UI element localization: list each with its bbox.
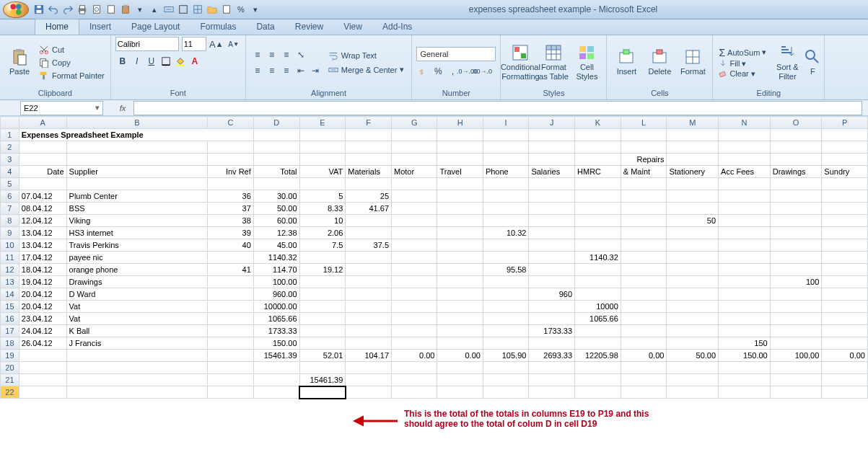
cell-H17[interactable] — [437, 325, 483, 337]
col-header-F[interactable]: F — [346, 117, 392, 129]
cell-A6[interactable]: 07.04.12 — [19, 190, 66, 203]
cell-C4[interactable]: Inv Ref — [208, 166, 254, 178]
row-header-16[interactable]: 16 — [1, 313, 19, 325]
cell-F9[interactable] — [346, 227, 392, 239]
cell-O1[interactable] — [770, 129, 822, 141]
cell-F8[interactable] — [346, 215, 392, 227]
cell-O2[interactable] — [770, 141, 822, 154]
cell-N14[interactable] — [719, 288, 771, 301]
cell-B4[interactable]: Supplier — [66, 166, 208, 178]
cell-P20[interactable] — [822, 362, 868, 374]
cell-M1[interactable] — [667, 129, 719, 141]
cell-C6[interactable]: 36 — [208, 190, 254, 203]
cell-K15[interactable]: 10000 — [575, 301, 621, 313]
cell-E3[interactable] — [299, 154, 346, 166]
cell-I5[interactable] — [483, 178, 529, 190]
cell-E13[interactable] — [299, 276, 346, 288]
row-header-8[interactable]: 8 — [1, 215, 19, 227]
cell-B21[interactable] — [66, 374, 208, 386]
cell-K12[interactable] — [575, 264, 621, 276]
currency-icon[interactable]: $ — [416, 64, 431, 79]
cell-C14[interactable] — [208, 288, 254, 301]
cell-O18[interactable] — [770, 337, 822, 350]
row-header-17[interactable]: 17 — [1, 325, 19, 337]
cell-O6[interactable] — [770, 190, 822, 203]
cell-F19[interactable]: 104.17 — [346, 350, 392, 362]
cell-M9[interactable] — [667, 227, 719, 239]
cell-C13[interactable] — [208, 276, 254, 288]
cell-P9[interactable] — [822, 227, 868, 239]
cell-F12[interactable] — [346, 264, 392, 276]
cell-G9[interactable] — [392, 227, 437, 239]
cell-J10[interactable] — [529, 239, 575, 252]
cell-O14[interactable] — [770, 288, 822, 301]
cell-P5[interactable] — [822, 178, 868, 190]
cell-J5[interactable] — [529, 178, 575, 190]
cell-L16[interactable] — [621, 313, 667, 325]
cell-F17[interactable] — [346, 325, 392, 337]
col-header-H[interactable]: H — [437, 117, 483, 129]
cell-styles-button[interactable]: Cell Styles — [571, 39, 602, 87]
cell-F13[interactable] — [346, 276, 392, 288]
cell-M15[interactable] — [667, 301, 719, 313]
cell-B9[interactable]: HS3 internet — [66, 227, 208, 239]
cell-C3[interactable] — [208, 154, 254, 166]
cell-F18[interactable] — [346, 337, 392, 350]
cell-J18[interactable] — [529, 337, 575, 350]
cell-C2[interactable] — [208, 141, 254, 154]
qat-paste-icon[interactable] — [120, 4, 131, 15]
cell-B8[interactable]: Viking — [66, 215, 208, 227]
cell-O17[interactable] — [770, 325, 822, 337]
tab-insert[interactable]: Insert — [79, 19, 121, 35]
chevron-down-icon[interactable]: ▾ — [95, 103, 100, 112]
cell-D10[interactable]: 45.00 — [253, 239, 299, 252]
col-header-J[interactable]: J — [529, 117, 575, 129]
cell-M22[interactable] — [667, 386, 719, 399]
cell-M13[interactable] — [667, 276, 719, 288]
font-color-button[interactable]: A — [188, 54, 202, 68]
cell-M4[interactable]: Stationery — [667, 166, 719, 178]
cell-E14[interactable] — [299, 288, 346, 301]
cell-M19[interactable]: 50.00 — [667, 350, 719, 362]
cell-C15[interactable] — [208, 301, 254, 313]
cell-B7[interactable]: BSS — [66, 203, 208, 215]
col-header-M[interactable]: M — [667, 117, 719, 129]
cell-P1[interactable] — [822, 129, 868, 141]
cell-A4[interactable]: Date — [19, 166, 66, 178]
delete-cells-button[interactable]: Delete — [644, 39, 675, 87]
cell-M18[interactable] — [667, 337, 719, 350]
cell-O9[interactable] — [770, 227, 822, 239]
qat-more-icon[interactable]: ▾ — [250, 4, 261, 15]
cell-E11[interactable] — [299, 252, 346, 264]
cell-I22[interactable] — [483, 386, 529, 399]
cell-K9[interactable] — [575, 227, 621, 239]
cell-H14[interactable] — [437, 288, 483, 301]
cell-F15[interactable] — [346, 301, 392, 313]
cell-L9[interactable] — [621, 227, 667, 239]
row-header-14[interactable]: 14 — [1, 288, 19, 301]
qat-open-icon[interactable] — [206, 4, 218, 15]
cell-L18[interactable] — [621, 337, 667, 350]
cell-A10[interactable]: 13.04.12 — [19, 239, 66, 252]
cell-J14[interactable]: 960 — [529, 288, 575, 301]
number-format-select[interactable] — [416, 47, 496, 61]
qat-print-icon[interactable] — [76, 4, 88, 15]
cell-K3[interactable] — [575, 154, 621, 166]
decrease-decimal-icon[interactable]: .00→.0 — [474, 64, 488, 79]
cell-K22[interactable] — [575, 386, 621, 399]
row-header-7[interactable]: 7 — [1, 203, 19, 215]
cell-H15[interactable] — [437, 301, 483, 313]
find-select-button[interactable]: F — [805, 39, 820, 87]
cell-E8[interactable]: 10 — [299, 215, 346, 227]
cell-L14[interactable] — [621, 288, 667, 301]
cell-A5[interactable] — [19, 178, 66, 190]
font-size-select[interactable] — [182, 37, 206, 51]
cell-O11[interactable] — [770, 252, 822, 264]
cell-D11[interactable]: 1140.32 — [253, 252, 299, 264]
cell-I17[interactable] — [483, 325, 529, 337]
align-center-icon[interactable]: ≡ — [265, 63, 279, 78]
cell-F22[interactable] — [346, 386, 392, 399]
cell-O21[interactable] — [770, 374, 822, 386]
row-header-11[interactable]: 11 — [1, 252, 19, 264]
cell-K8[interactable] — [575, 215, 621, 227]
